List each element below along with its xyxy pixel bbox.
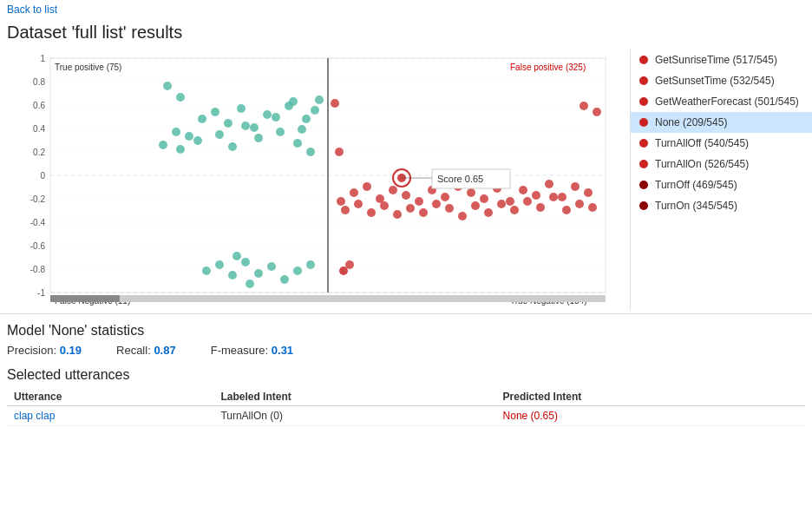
sidebar-item-label-6: TurnOff (469/545) [655, 179, 737, 191]
svg-point-98 [471, 201, 480, 210]
fmeasure-value: 0.31 [272, 344, 293, 357]
utterance-cell: clap clap [7, 406, 213, 426]
svg-point-49 [311, 106, 319, 115]
svg-point-87 [580, 102, 588, 110]
svg-point-104 [549, 193, 558, 201]
labeled-intent-cell: TurnAllOn (0) [213, 406, 495, 426]
svg-point-65 [246, 280, 254, 288]
svg-point-80 [519, 186, 527, 194]
svg-point-105 [562, 206, 571, 214]
utterances-tbody: clap clapTurnAllOn (0)None (0.65) [7, 406, 805, 426]
svg-point-34 [237, 104, 246, 113]
back-to-list-link[interactable]: Back to list [0, 0, 812, 19]
svg-point-51 [176, 93, 185, 102]
svg-point-63 [306, 260, 315, 269]
svg-text:-0.6: -0.6 [30, 241, 46, 251]
sidebar: GetSunriseTime (517/545)GetSunsetTime (5… [630, 49, 812, 310]
table-row: clap clapTurnAllOn (0)None (0.65) [7, 406, 805, 426]
svg-point-92 [393, 210, 402, 219]
chart-area: 1 0.8 0.6 0.4 0.2 0 -0.2 -0.4 -0.6 -0.8 … [0, 49, 630, 310]
page-title: Dataset 'full list' results [0, 19, 812, 49]
sidebar-item-label-2: GetWeatherForecast (501/545) [655, 95, 799, 108]
svg-point-99 [484, 208, 493, 217]
svg-point-36 [263, 110, 272, 119]
sidebar-item-7[interactable]: TurnOn (345/545) [631, 195, 812, 216]
svg-point-72 [415, 197, 423, 206]
svg-point-61 [280, 275, 289, 284]
sidebar-item-label-7: TurnOn (345/545) [655, 200, 737, 212]
svg-point-30 [185, 132, 193, 141]
svg-text:0.6: 0.6 [33, 101, 45, 110]
svg-point-100 [497, 200, 506, 208]
stats-title: Model 'None' statistics [7, 323, 805, 339]
svg-point-31 [198, 115, 206, 123]
svg-point-28 [159, 141, 167, 149]
sidebar-dot-2 [639, 97, 648, 106]
col-header-labeled: Labeled Intent [213, 388, 495, 406]
svg-point-29 [172, 128, 180, 136]
svg-point-46 [272, 113, 280, 122]
recall-stat: Recall: 0.87 [116, 344, 176, 357]
svg-point-67 [350, 188, 358, 197]
utterances-section: Selected utterances Utterance Labeled In… [0, 360, 812, 426]
svg-point-107 [588, 203, 597, 212]
sidebar-item-label-3: None (209/545) [655, 116, 727, 128]
svg-point-47 [285, 102, 293, 110]
sidebar-dot-6 [639, 181, 648, 189]
stats-row: Precision: 0.19 Recall: 0.87 F-measure: … [7, 344, 805, 357]
svg-text:0.8: 0.8 [33, 77, 45, 87]
svg-point-74 [441, 193, 449, 201]
recall-label: Recall: [116, 344, 151, 357]
svg-point-91 [380, 201, 389, 210]
svg-point-90 [367, 208, 376, 217]
sidebar-item-label-1: GetSunsetTime (532/545) [655, 75, 775, 87]
sidebar-dot-1 [639, 76, 648, 85]
svg-text:False positive (325): False positive (325) [510, 62, 586, 72]
svg-point-33 [224, 119, 232, 128]
svg-point-103 [536, 203, 545, 212]
svg-point-88 [341, 206, 350, 214]
sidebar-item-6[interactable]: TurnOff (469/545) [631, 174, 812, 195]
svg-rect-118 [50, 295, 120, 302]
svg-text:-0.8: -0.8 [30, 265, 46, 274]
sidebar-item-2[interactable]: GetWeatherForecast (501/545) [631, 91, 812, 112]
svg-point-53 [293, 139, 302, 148]
fmeasure-stat: F-measure: 0.31 [211, 344, 293, 357]
svg-point-76 [467, 188, 475, 197]
precision-stat: Precision: 0.19 [7, 344, 82, 357]
sidebar-item-5[interactable]: TurnAllOn (526/545) [631, 154, 812, 174]
svg-text:-0.2: -0.2 [30, 194, 46, 204]
sidebar-dot-0 [639, 56, 648, 64]
svg-point-58 [241, 258, 250, 266]
svg-point-44 [241, 122, 250, 130]
svg-point-108 [331, 99, 339, 108]
sidebar-item-0[interactable]: GetSunriseTime (517/545) [631, 49, 812, 70]
svg-point-109 [335, 148, 344, 156]
svg-point-37 [276, 128, 285, 136]
svg-point-70 [389, 186, 397, 194]
svg-point-81 [532, 191, 540, 200]
svg-point-93 [406, 204, 415, 213]
utterance-link[interactable]: clap clap [14, 410, 55, 422]
svg-point-83 [558, 193, 566, 201]
predicted-intent-cell: None (0.65) [496, 406, 805, 426]
utterances-table: Utterance Labeled Intent Predicted Inten… [7, 388, 805, 426]
svg-text:Score  0.65: Score 0.65 [437, 174, 483, 184]
svg-point-82 [545, 180, 553, 188]
svg-point-45 [254, 134, 263, 142]
svg-text:True positive (75): True positive (75) [55, 62, 121, 72]
svg-point-86 [593, 108, 601, 116]
sidebar-item-4[interactable]: TurnAllOff (540/545) [631, 133, 812, 154]
sidebar-item-3[interactable]: None (209/545) [631, 112, 812, 133]
svg-point-64 [232, 252, 241, 260]
svg-point-85 [584, 188, 593, 197]
svg-text:1: 1 [40, 54, 45, 63]
svg-point-56 [215, 260, 224, 269]
sidebar-item-label-0: GetSunriseTime (517/545) [655, 54, 777, 66]
svg-text:0: 0 [40, 171, 45, 181]
sidebar-item-1[interactable]: GetSunsetTime (532/545) [631, 70, 812, 91]
svg-point-48 [298, 125, 306, 134]
precision-value: 0.19 [60, 344, 82, 357]
svg-point-77 [480, 194, 488, 203]
svg-point-57 [228, 271, 237, 280]
